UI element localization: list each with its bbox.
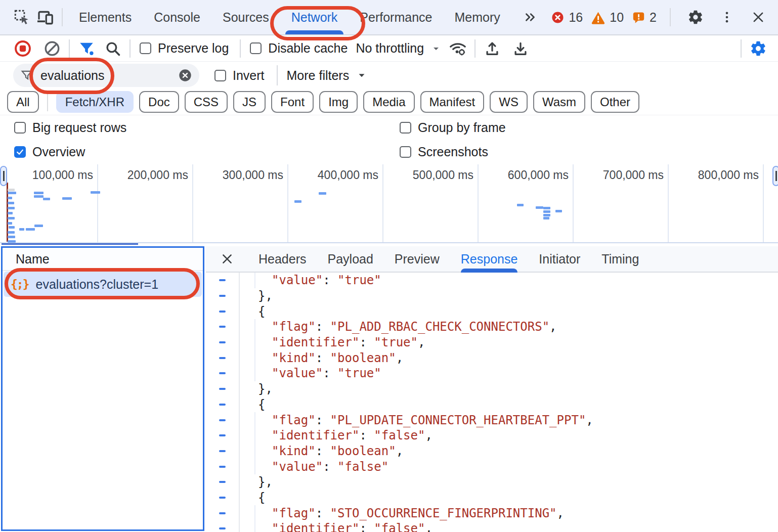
fold-marker-icon[interactable] [219, 326, 226, 328]
checkbox-unchecked[interactable] [400, 122, 411, 134]
group-by-frame-option[interactable]: Group by frame [400, 115, 506, 140]
fold-gutter[interactable] [206, 450, 239, 452]
fold-gutter[interactable] [206, 295, 239, 297]
fold-marker-icon[interactable] [219, 497, 226, 499]
fold-gutter[interactable] [206, 404, 239, 406]
request-row[interactable]: {;}evaluations?cluster=1 [4, 272, 202, 297]
clear-filter-icon[interactable] [178, 68, 192, 82]
chip-doc[interactable]: Doc [139, 91, 179, 113]
network-overview-timeline[interactable]: 100,000 ms200,000 ms300,000 ms400,000 ms… [0, 164, 778, 243]
fold-marker-icon[interactable] [219, 450, 226, 452]
fold-gutter[interactable] [206, 527, 239, 529]
chip-media[interactable]: Media [363, 91, 414, 113]
preserve-log-checkbox[interactable]: Preserve log [140, 41, 229, 56]
detail-tab-response[interactable]: Response [461, 246, 518, 272]
kebab-menu-icon[interactable] [715, 6, 739, 29]
fold-marker-icon[interactable] [219, 481, 226, 483]
detail-tab-preview[interactable]: Preview [395, 246, 440, 272]
fold-marker-icon[interactable] [219, 466, 226, 468]
fold-gutter[interactable] [206, 341, 239, 343]
import-har-icon[interactable] [481, 37, 504, 60]
more-filters-button[interactable]: More filters [287, 68, 368, 83]
filter-funnel-icon[interactable] [75, 37, 98, 60]
name-column-header[interactable]: Name [3, 248, 203, 271]
checkbox-unchecked[interactable] [140, 42, 151, 54]
chip-img[interactable]: Img [319, 91, 358, 113]
fold-marker-icon[interactable] [219, 404, 226, 406]
filter-input[interactable]: evaluations [13, 64, 199, 87]
disable-cache-checkbox[interactable]: Disable cache [250, 41, 348, 56]
fold-gutter[interactable] [206, 481, 239, 483]
device-toolbar-icon[interactable] [33, 6, 57, 29]
fold-gutter[interactable] [206, 372, 239, 374]
timeline-right-handle[interactable] [772, 166, 778, 186]
fold-marker-icon[interactable] [219, 357, 226, 359]
chip-all[interactable]: All [7, 91, 39, 113]
detail-tab-headers[interactable]: Headers [258, 246, 307, 272]
tab-performance[interactable]: Performance [349, 0, 443, 34]
chip-css[interactable]: CSS [185, 91, 228, 113]
response-body-view[interactable]: "value": "true"},{"flag": "PL_ADD_RBAC_C… [206, 273, 778, 532]
tab-memory[interactable]: Memory [443, 0, 511, 34]
throttling-select[interactable]: No throttling [356, 41, 441, 56]
fold-marker-icon[interactable] [219, 372, 226, 374]
checkbox-checked[interactable] [14, 146, 26, 158]
tab-sources[interactable]: Sources [211, 0, 280, 34]
chip-font[interactable]: Font [271, 91, 314, 113]
fold-marker-icon[interactable] [219, 388, 226, 390]
fold-gutter[interactable] [206, 419, 239, 421]
chip-manifest[interactable]: Manifest [420, 91, 485, 113]
search-icon[interactable] [101, 37, 124, 60]
fold-gutter[interactable] [206, 466, 239, 468]
fold-gutter[interactable] [206, 311, 239, 313]
fold-gutter[interactable] [206, 279, 239, 281]
fold-gutter[interactable] [206, 388, 239, 390]
close-devtools-icon[interactable] [747, 6, 770, 29]
screenshots-option[interactable]: Screenshots [400, 140, 488, 164]
fold-gutter[interactable] [206, 434, 239, 436]
clear-network-log-button[interactable] [40, 37, 64, 60]
invert-checkbox[interactable]: Invert [214, 68, 265, 83]
checkbox-unchecked[interactable] [214, 70, 226, 81]
detail-tab-timing[interactable]: Timing [601, 246, 639, 272]
detail-tab-initiator[interactable]: Initiator [539, 246, 580, 272]
chip-js[interactable]: JS [233, 91, 266, 113]
warnings-badge[interactable]: 10 [591, 10, 624, 25]
chip-fetch-xhr[interactable]: Fetch/XHR [56, 91, 134, 113]
inspect-element-icon[interactable] [10, 6, 33, 29]
issues-badge[interactable]: 2 [632, 10, 657, 25]
tab-console[interactable]: Console [143, 0, 211, 34]
big-request-rows-option[interactable]: Big request rows [14, 115, 126, 140]
checkbox-unchecked[interactable] [250, 42, 262, 54]
fold-gutter[interactable] [206, 357, 239, 359]
network-conditions-icon[interactable] [446, 37, 469, 60]
fold-gutter[interactable] [206, 497, 239, 499]
fold-marker-icon[interactable] [219, 279, 226, 281]
fold-gutter[interactable] [206, 512, 239, 514]
fold-marker-icon[interactable] [219, 311, 226, 313]
record-network-log-button[interactable] [11, 37, 34, 60]
fold-marker-icon[interactable] [219, 512, 226, 514]
fold-marker-icon[interactable] [219, 295, 226, 297]
checkbox-unchecked[interactable] [14, 122, 26, 134]
fold-marker-icon[interactable] [219, 527, 226, 529]
fold-marker-icon[interactable] [219, 434, 226, 436]
errors-badge[interactable]: 16 [551, 10, 583, 25]
json-punct: }, [258, 289, 273, 303]
tab-elements[interactable]: Elements [68, 0, 143, 34]
fold-gutter[interactable] [206, 326, 239, 328]
checkbox-unchecked[interactable] [400, 146, 411, 158]
close-detail-icon[interactable] [217, 249, 237, 269]
chip-ws[interactable]: WS [490, 91, 528, 113]
more-tabs-icon[interactable] [511, 0, 549, 34]
overview-option[interactable]: Overview [14, 140, 85, 164]
tab-network[interactable]: Network [280, 0, 349, 34]
fold-marker-icon[interactable] [219, 341, 226, 343]
network-settings-gear-icon[interactable] [747, 37, 770, 60]
chip-other[interactable]: Other [591, 91, 639, 113]
settings-gear-icon[interactable] [684, 6, 707, 29]
chip-wasm[interactable]: Wasm [533, 91, 585, 113]
detail-tab-payload[interactable]: Payload [328, 246, 373, 272]
export-har-icon[interactable] [509, 37, 532, 60]
fold-marker-icon[interactable] [219, 419, 226, 421]
